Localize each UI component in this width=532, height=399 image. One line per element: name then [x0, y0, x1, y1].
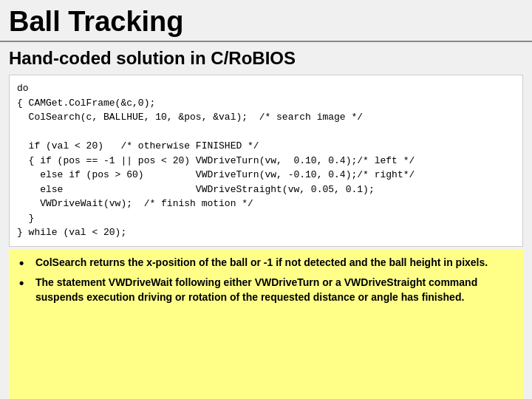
bullet-dot-2: • [19, 276, 33, 292]
title-section: Ball Tracking [0, 0, 532, 42]
bullet-item-1: • ColSearch returns the x-position of th… [19, 256, 513, 272]
subtitle: Hand-coded solution in C/RoBIOS [9, 48, 523, 69]
page: Ball Tracking Hand-coded solution in C/R… [0, 0, 532, 399]
bullet-dot-1: • [19, 256, 33, 272]
bullet-section: • ColSearch returns the x-position of th… [9, 250, 523, 400]
bullet-text-2: The statement VWDriveWait following eith… [35, 276, 513, 304]
main-title: Ball Tracking [9, 6, 523, 38]
bullet-item-2: • The statement VWDriveWait following ei… [19, 276, 513, 304]
bullet-text-1: ColSearch returns the x-position of the … [35, 256, 513, 270]
content-area: Hand-coded solution in C/RoBIOS do { CAM… [0, 42, 532, 399]
code-block: do { CAMGet.ColFrame(&c,0); ColSearch(c,… [9, 75, 523, 247]
